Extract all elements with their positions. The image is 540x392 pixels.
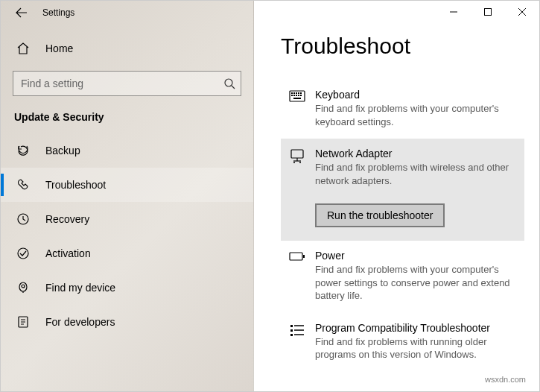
svg-rect-18 [300,92,302,94]
svg-point-3 [18,248,28,259]
svg-rect-15 [293,92,295,94]
troubleshoot-item-keyboard[interactable]: Keyboard Find and fix problems with your… [281,80,524,139]
content: Troubleshoot Keyboard Find and fix probl… [254,1,539,391]
arrow-left-icon [16,7,28,19]
network-adapter-icon [287,148,308,227]
minimize-icon [450,8,457,16]
troubleshoot-item-power[interactable]: Power Find and fix problems with your co… [281,241,524,313]
troubleshoot-item-desc: Find and fix problems with running older… [315,335,518,361]
sidebar-item-label: Recovery [45,213,89,225]
svg-point-0 [225,79,232,86]
sidebar-item-troubleshoot[interactable]: Troubleshoot [1,168,253,202]
svg-rect-23 [300,95,302,96]
nav-home-label: Home [45,42,73,54]
svg-rect-30 [290,253,302,260]
sidebar-item-label: Activation [45,247,91,259]
svg-rect-10 [485,9,492,16]
troubleshoot-item-title: Program Compatibility Troubleshooter [315,322,518,334]
troubleshoot-icon [14,178,32,192]
svg-rect-24 [293,98,301,99]
svg-point-28 [293,162,295,163]
svg-rect-32 [290,325,293,327]
sidebar-item-label: Find my device [45,282,115,294]
backup-icon [14,144,32,157]
app-title: Settings [42,7,74,18]
search-row [1,66,253,104]
svg-rect-17 [298,92,299,94]
troubleshoot-item-title: Keyboard [315,89,518,101]
troubleshoot-item-title: Power [315,250,518,262]
close-icon [518,8,526,16]
svg-rect-33 [290,329,293,332]
titlebar: Settings [1,1,253,25]
search-input[interactable] [13,71,241,96]
nav-home[interactable]: Home [1,31,253,66]
svg-rect-25 [291,150,303,158]
sidebar-item-activation[interactable]: Activation [1,236,253,271]
sidebar-item-label: Troubleshoot [45,179,106,191]
troubleshoot-item-desc: Find and fix problems with your computer… [315,102,518,128]
troubleshoot-item-network-adapter[interactable]: Network Adapter Find and fix problems wi… [281,139,524,241]
sidebar-item-label: Backup [45,145,80,157]
svg-rect-19 [291,95,293,96]
svg-point-4 [22,285,25,288]
sidebar-item-backup[interactable]: Backup [1,133,253,168]
troubleshoot-item-desc: Find and fix problems with your computer… [315,263,518,303]
sidebar-item-label: For developers [45,316,115,328]
section-header: Update & Security [1,104,253,133]
back-button[interactable] [10,1,34,25]
sidebar-item-find-my-device[interactable]: Find my device [1,271,253,305]
page-title: Troubleshoot [281,34,524,59]
search-icon [223,78,235,89]
program-compat-icon [287,322,308,361]
close-button[interactable] [505,1,539,23]
svg-rect-16 [296,92,297,94]
svg-line-1 [232,86,235,89]
home-icon [14,42,32,55]
content-inner: Troubleshoot Keyboard Find and fix probl… [254,1,539,379]
sidebar-item-recovery[interactable]: Recovery [1,202,253,236]
minimize-button[interactable] [436,1,471,23]
watermark: wsxdn.com [485,375,526,384]
svg-rect-20 [293,95,295,96]
window-controls [436,1,539,23]
keyboard-icon [287,89,308,128]
svg-point-29 [299,162,301,163]
search-box [13,71,241,96]
svg-rect-22 [298,95,299,96]
run-troubleshooter-button[interactable]: Run the troubleshooter [315,203,445,227]
maximize-icon [484,8,492,16]
activation-icon [14,247,32,260]
for-developers-icon [14,315,32,329]
sidebar: Settings Home Update & Security Backup [1,1,254,391]
power-icon [287,250,308,303]
svg-rect-14 [291,92,293,94]
troubleshoot-item-desc: Find and fix problems with wireless and … [315,161,518,187]
troubleshoot-item-title: Network Adapter [315,148,518,159]
svg-rect-34 [290,334,293,336]
troubleshoot-item-program-compat[interactable]: Program Compatibility Troubleshooter Fin… [281,313,524,372]
svg-rect-21 [296,95,297,96]
svg-rect-31 [303,255,305,258]
find-my-device-icon [14,281,32,294]
nav: Home Update & Security Backup Troublesho… [1,25,253,339]
maximize-button[interactable] [471,1,505,23]
sidebar-item-for-developers[interactable]: For developers [1,305,253,339]
recovery-icon [14,212,32,226]
